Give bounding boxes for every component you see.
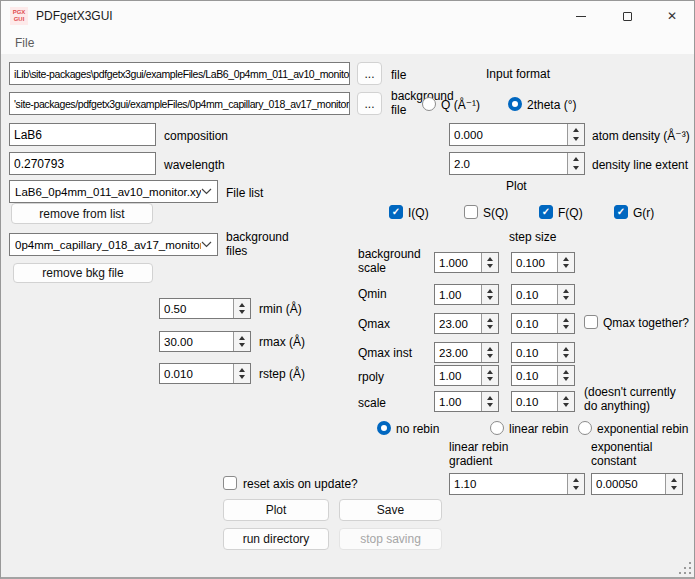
close-button[interactable]: ✕ <box>649 1 695 31</box>
spin-down-icon[interactable] <box>487 403 493 407</box>
scale-step-spinbox[interactable]: 0.10 <box>511 391 575 412</box>
spin-up-icon[interactable] <box>563 370 569 374</box>
rpoly-step-spinbox[interactable]: 0.10 <box>511 365 575 386</box>
spin-down-icon[interactable] <box>563 354 569 358</box>
atom-density-spinbox[interactable]: 0.000 <box>449 123 585 146</box>
stop-saving-button[interactable]: stop saving <box>339 528 442 550</box>
file-list-dropdown[interactable]: LaB6_0p4mm_011_av10_monitor.xye <box>9 180 218 203</box>
spinner-buttons[interactable] <box>233 332 250 351</box>
exponential-rebin-radio[interactable] <box>578 421 592 435</box>
background-path-input[interactable]: 'site-packages/pdfgetx3gui/exampleFiles/… <box>9 92 350 115</box>
spin-down-icon[interactable] <box>563 377 569 381</box>
reset-axis-checkbox[interactable] <box>223 476 237 490</box>
background-scale-step-spinbox[interactable]: 0.100 <box>511 252 575 273</box>
fq-checkbox[interactable] <box>539 205 553 219</box>
qmax-inst-step-spinbox[interactable]: 0.10 <box>511 342 575 363</box>
scale-spinbox[interactable]: 1.00 <box>434 391 499 412</box>
exponential-constant-spinbox[interactable]: 0.00050 <box>591 473 683 495</box>
spin-up-icon[interactable] <box>487 289 493 293</box>
spin-up-icon[interactable] <box>573 157 579 161</box>
spinner-buttons[interactable] <box>557 366 574 385</box>
plot-button[interactable]: Plot <box>223 499 329 521</box>
spin-down-icon[interactable] <box>487 325 493 329</box>
browse-file-button[interactable]: ... <box>357 62 382 85</box>
spinner-buttons[interactable] <box>233 364 250 383</box>
spin-up-icon[interactable] <box>239 368 245 372</box>
spinner-buttons[interactable] <box>567 124 584 145</box>
spin-down-icon[interactable] <box>573 486 579 490</box>
composition-input[interactable]: LaB6 <box>9 123 156 146</box>
spinner-buttons[interactable] <box>233 299 250 318</box>
menu-file[interactable]: File <box>11 34 38 52</box>
spinner-buttons[interactable] <box>557 392 574 411</box>
file-path-input[interactable]: iLib\site-packages\pdfgetx3gui/exampleFi… <box>9 62 350 85</box>
spin-down-icon[interactable] <box>487 377 493 381</box>
spin-down-icon[interactable] <box>239 310 245 314</box>
spinner-buttons[interactable] <box>481 392 498 411</box>
run-directory-button[interactable]: run directory <box>223 528 329 550</box>
spin-up-icon[interactable] <box>563 257 569 261</box>
spin-up-icon[interactable] <box>239 336 245 340</box>
rmin-spinbox[interactable]: 0.50 <box>159 298 251 319</box>
sq-checkbox[interactable] <box>464 205 478 219</box>
spin-up-icon[interactable] <box>487 257 493 261</box>
linear-rebin-radio[interactable] <box>490 421 504 435</box>
spin-up-icon[interactable] <box>239 303 245 307</box>
spin-up-icon[interactable] <box>563 396 569 400</box>
save-button[interactable]: Save <box>339 499 442 521</box>
spin-down-icon[interactable] <box>563 403 569 407</box>
spin-down-icon[interactable] <box>487 354 493 358</box>
browse-background-button[interactable]: ... <box>357 92 382 115</box>
spin-up-icon[interactable] <box>563 289 569 293</box>
background-files-dropdown[interactable]: 0p4mm_capillary_018_av17_monitor.x <box>9 233 218 256</box>
spin-down-icon[interactable] <box>239 343 245 347</box>
rstep-spinbox[interactable]: 0.010 <box>159 363 251 384</box>
qmin-spinbox[interactable]: 1.00 <box>434 284 499 305</box>
rmax-spinbox[interactable]: 30.00 <box>159 331 251 352</box>
q-format-radio[interactable] <box>422 97 436 111</box>
spinner-buttons[interactable] <box>567 153 584 174</box>
spin-up-icon[interactable] <box>487 396 493 400</box>
spinner-buttons[interactable] <box>481 343 498 362</box>
spinner-buttons[interactable] <box>557 314 574 333</box>
qmin-step-spinbox[interactable]: 0.10 <box>511 284 575 305</box>
density-line-extent-spinbox[interactable]: 2.0 <box>449 152 585 175</box>
qmax-together-checkbox[interactable] <box>584 315 598 329</box>
iq-checkbox[interactable] <box>389 205 403 219</box>
qmax-inst-spinbox[interactable]: 23.00 <box>434 342 499 363</box>
spin-down-icon[interactable] <box>671 486 677 490</box>
linear-rebin-gradient-spinbox[interactable]: 1.10 <box>449 473 585 495</box>
rpoly-spinbox[interactable]: 1.00 <box>434 365 499 386</box>
spin-up-icon[interactable] <box>563 347 569 351</box>
spin-up-icon[interactable] <box>573 478 579 482</box>
twotheta-format-radio[interactable] <box>508 97 522 111</box>
spin-up-icon[interactable] <box>671 478 677 482</box>
spinner-buttons[interactable] <box>481 366 498 385</box>
spin-down-icon[interactable] <box>239 375 245 379</box>
spinner-buttons[interactable] <box>567 474 584 494</box>
spinner-buttons[interactable] <box>557 343 574 362</box>
spin-down-icon[interactable] <box>563 325 569 329</box>
remove-bkg-file-button[interactable]: remove bkg file <box>13 263 153 283</box>
minimize-button[interactable] <box>558 1 604 31</box>
spinner-buttons[interactable] <box>481 314 498 333</box>
remove-from-list-button[interactable]: remove from list <box>11 203 153 224</box>
spinner-buttons[interactable] <box>481 285 498 304</box>
spin-up-icon[interactable] <box>487 347 493 351</box>
spin-down-icon[interactable] <box>563 264 569 268</box>
gr-checkbox[interactable] <box>614 205 628 219</box>
qmax-spinbox[interactable]: 23.00 <box>434 313 499 334</box>
qmax-step-spinbox[interactable]: 0.10 <box>511 313 575 334</box>
spin-down-icon[interactable] <box>487 296 493 300</box>
resize-grip-icon[interactable] <box>679 562 691 574</box>
spin-up-icon[interactable] <box>563 318 569 322</box>
background-scale-spinbox[interactable]: 1.000 <box>434 252 499 273</box>
maximize-button[interactable] <box>604 1 650 31</box>
spin-down-icon[interactable] <box>573 137 579 141</box>
spin-down-icon[interactable] <box>573 166 579 170</box>
no-rebin-radio[interactable] <box>377 421 391 435</box>
spin-up-icon[interactable] <box>573 128 579 132</box>
wavelength-input[interactable]: 0.270793 <box>9 152 156 175</box>
spin-down-icon[interactable] <box>487 264 493 268</box>
spinner-buttons[interactable] <box>557 253 574 272</box>
